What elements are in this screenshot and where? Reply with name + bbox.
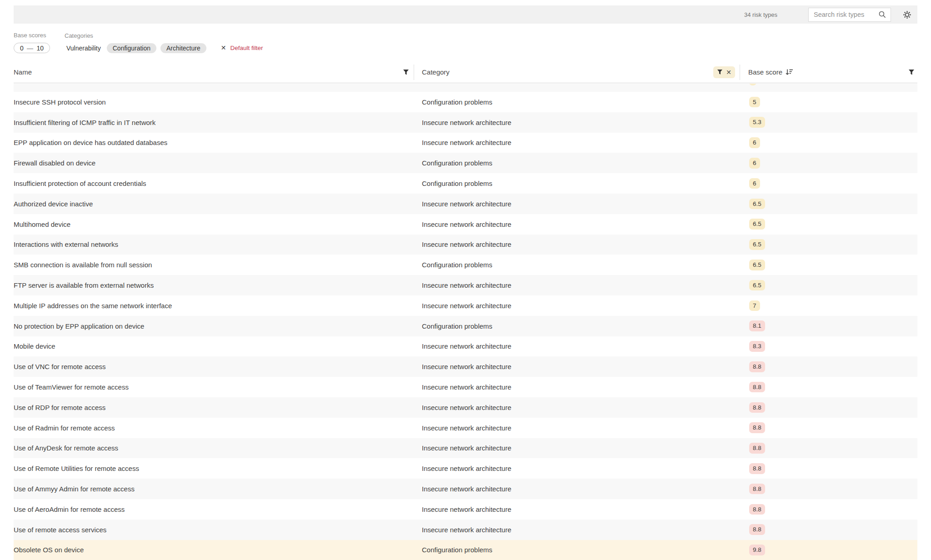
table-row[interactable]: Use of RDP for remote access Insecure ne… <box>14 397 917 418</box>
table-row[interactable]: Use of VNC for remote access Insecure ne… <box>14 356 917 377</box>
filter-bar: Base scores 0 — 10 Categories Vulnerabil… <box>14 32 263 53</box>
funnel-icon <box>908 69 915 75</box>
base-score-badge: 6.5 <box>749 260 765 270</box>
base-score-badge: 8.8 <box>749 504 765 515</box>
category-cell: Insecure network architecture <box>414 465 740 472</box>
table-header: Name Category ✕ Base score <box>14 61 917 83</box>
category-cell: Insecure network architecture <box>414 302 740 310</box>
risk-name-cell: Use of remote access services <box>14 526 414 534</box>
risk-name-cell: SMB connection is available from null se… <box>14 261 414 269</box>
partial-score-badge <box>749 84 756 85</box>
base-score-badge: 7 <box>749 300 760 311</box>
base-score-badge: 8.1 <box>749 320 765 331</box>
table-row[interactable]: Use of Ammyy Admin for remote access Ins… <box>14 479 917 499</box>
risk-name-cell: Obsolete OS on device <box>14 546 414 554</box>
category-cell: Configuration problems <box>414 261 740 269</box>
category-chip-vulnerability[interactable]: Vulnerability <box>65 43 103 53</box>
table-row[interactable]: Use of Remote Utilities for remote acces… <box>14 458 917 479</box>
category-cell: Configuration problems <box>414 546 740 554</box>
table-row[interactable]: Multiple IP addresses on the same networ… <box>14 295 917 316</box>
risk-name-cell: Use of AeroAdmin for remote access <box>14 505 414 513</box>
table-row[interactable]: Mobile device Insecure network architect… <box>14 336 917 357</box>
table-row[interactable]: Use of TeamViewer for remote access Inse… <box>14 377 917 397</box>
base-score-badge: 8.8 <box>749 524 765 535</box>
base-score-badge: 8.8 <box>749 484 765 495</box>
range-max: 10 <box>36 45 44 52</box>
funnel-icon <box>717 69 723 75</box>
category-cell: Insecure network architecture <box>414 220 740 228</box>
base-score-badge: 8.8 <box>749 361 765 372</box>
table-row[interactable]: SMB connection is available from null se… <box>14 255 917 275</box>
table-row[interactable]: EPP application on device has outdated d… <box>14 133 917 153</box>
risk-name-cell: Insecure SSH protocol version <box>14 98 414 106</box>
table-row[interactable]: Multihomed device Insecure network archi… <box>14 214 917 235</box>
risk-name-cell: Use of VNC for remote access <box>14 363 414 370</box>
category-cell: Insecure network architecture <box>414 281 740 289</box>
table-row[interactable]: Interactions with external networks Inse… <box>14 235 917 255</box>
search-input-container <box>808 8 891 22</box>
category-cell: Insecure network architecture <box>414 505 740 513</box>
category-cell: Configuration problems <box>414 98 740 106</box>
partially-scrolled-row[interactable] <box>14 84 917 92</box>
category-chip-configuration[interactable]: Configuration <box>107 43 156 53</box>
column-header-category: Category <box>422 68 450 76</box>
category-filter-active-button[interactable]: ✕ <box>713 66 735 78</box>
category-cell: Insecure network architecture <box>414 526 740 534</box>
sort-ascending-icon[interactable] <box>786 69 793 75</box>
base-score-badge: 8.3 <box>749 341 765 352</box>
default-filter-button[interactable]: ✕ Default filter <box>221 44 263 53</box>
base-score-badge: 6 <box>749 178 760 189</box>
base-score-badge: 8.8 <box>749 463 765 474</box>
range-min: 0 <box>20 45 24 52</box>
risk-type-count: 34 risk types <box>744 11 777 18</box>
base-score-badge: 6.5 <box>749 280 765 291</box>
risk-name-cell: No protection by EPP application on devi… <box>14 322 414 330</box>
risk-name-cell: Use of AnyDesk for remote access <box>14 444 414 452</box>
table-row[interactable]: Use of AeroAdmin for remote access Insec… <box>14 499 917 520</box>
search-icon[interactable] <box>878 10 886 19</box>
risk-name-cell: Interactions with external networks <box>14 240 414 248</box>
search-input[interactable] <box>814 11 878 18</box>
table-row[interactable]: No protection by EPP application on devi… <box>14 316 917 336</box>
base-score-badge: 6.5 <box>749 219 765 230</box>
table-row[interactable]: Insufficient filtering of ICMP traffic i… <box>14 112 917 133</box>
table-row[interactable]: Use of AnyDesk for remote access Insecur… <box>14 438 917 459</box>
base-score-badge: 6 <box>749 158 760 169</box>
category-cell: Configuration problems <box>414 322 740 330</box>
settings-button[interactable] <box>902 10 912 20</box>
table-row[interactable]: Use of remote access services Insecure n… <box>14 520 917 540</box>
base-score-badge: 5.3 <box>749 117 765 128</box>
base-score-badge: 6.5 <box>749 239 765 250</box>
base-score-badge: 9.8 <box>749 545 765 555</box>
category-chip-architecture[interactable]: Architecture <box>160 43 206 53</box>
table-row[interactable]: Use of Radmin for remote access Insecure… <box>14 418 917 438</box>
category-cell: Insecure network architecture <box>414 139 740 146</box>
column-header-name: Name <box>14 68 32 76</box>
table-row[interactable]: Firewall disabled on device Configuratio… <box>14 153 917 173</box>
category-cell: Insecure network architecture <box>414 363 740 370</box>
base-score-badge: 8.8 <box>749 443 765 454</box>
table-row[interactable]: Insecure SSH protocol version Configurat… <box>14 92 917 112</box>
base-score-range[interactable]: 0 — 10 <box>14 43 50 53</box>
risk-name-cell: Use of RDP for remote access <box>14 404 414 411</box>
base-scores-filter: Base scores 0 — 10 <box>14 32 50 53</box>
table-row[interactable]: Obsolete OS on device Configuration prob… <box>14 540 917 560</box>
risk-name-cell: Multiple IP addresses on the same networ… <box>14 302 414 310</box>
column-header-base-score[interactable]: Base score <box>748 68 782 76</box>
column-divider <box>414 65 414 80</box>
category-cell: Insecure network architecture <box>414 485 740 493</box>
name-filter-button[interactable] <box>403 69 409 75</box>
risk-name-cell: Insufficient protection of account crede… <box>14 180 414 187</box>
risk-name-cell: Use of Ammyy Admin for remote access <box>14 485 414 493</box>
close-icon: ✕ <box>221 44 226 51</box>
category-cell: Insecure network architecture <box>414 404 740 411</box>
risk-name-cell: FTP server is available from external ne… <box>14 281 414 289</box>
table-row[interactable]: Insufficient protection of account crede… <box>14 173 917 194</box>
category-cell: Insecure network architecture <box>414 424 740 432</box>
risk-name-cell: Use of Remote Utilities for remote acces… <box>14 465 414 472</box>
table-row[interactable]: Authorized device inactive Insecure netw… <box>14 194 917 214</box>
category-cell: Insecure network architecture <box>414 383 740 391</box>
risk-name-cell: Authorized device inactive <box>14 200 414 208</box>
base-score-filter-button[interactable] <box>908 69 915 75</box>
table-row[interactable]: FTP server is available from external ne… <box>14 275 917 295</box>
